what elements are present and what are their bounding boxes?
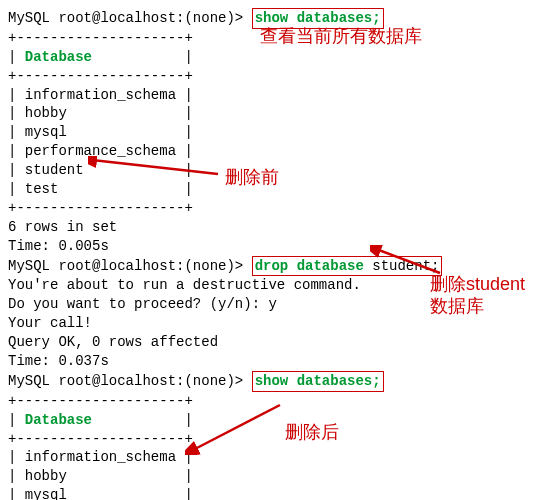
annot-after-delete: 删除后 bbox=[285, 420, 339, 444]
arrow-icon bbox=[370, 245, 450, 275]
table-header: | Database | bbox=[8, 48, 539, 67]
svg-line-2 bbox=[193, 405, 280, 450]
prompt-line-3: MySQL root@localhost:(none)> show databa… bbox=[8, 371, 539, 392]
annot-before-delete: 删除前 bbox=[225, 165, 279, 189]
arrow-icon bbox=[185, 400, 285, 455]
status-time: Time: 0.005s bbox=[8, 237, 539, 256]
svg-line-0 bbox=[92, 160, 218, 174]
annot-delete-student-1: 删除student bbox=[430, 272, 525, 296]
table-row: | information_schema | bbox=[8, 86, 539, 105]
table-row: | mysql | bbox=[8, 486, 539, 500]
msg-ok: Query OK, 0 rows affected bbox=[8, 333, 539, 352]
table-border: +--------------------+ bbox=[8, 29, 539, 48]
svg-line-1 bbox=[376, 249, 440, 273]
table-row: | hobby | bbox=[8, 104, 539, 123]
table-row: | hobby | bbox=[8, 467, 539, 486]
table-row: | mysql | bbox=[8, 123, 539, 142]
arrow-icon bbox=[88, 156, 218, 176]
annot-delete-student-2: 数据库 bbox=[430, 294, 484, 318]
status-rows: 6 rows in set bbox=[8, 218, 539, 237]
table-border: +--------------------+ bbox=[8, 67, 539, 86]
table-border: +--------------------+ bbox=[8, 199, 539, 218]
status-time: Time: 0.037s bbox=[8, 352, 539, 371]
cmd-show-2: show databases; bbox=[252, 371, 384, 392]
